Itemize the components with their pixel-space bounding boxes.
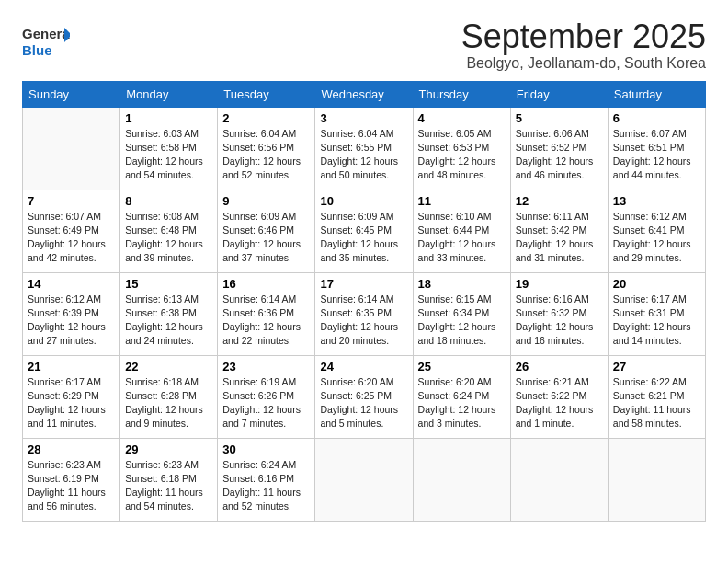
svg-text:General: General [22,26,70,41]
calendar-cell: 4Sunrise: 6:05 AM Sunset: 6:53 PM Daylig… [413,107,510,190]
day-number: 7 [28,194,115,208]
logo-svg: General Blue [22,22,70,63]
calendar-cell [413,438,510,521]
day-info: Sunrise: 6:10 AM Sunset: 6:44 PM Dayligh… [418,210,506,266]
page-title: September 2025 [461,18,706,55]
column-header-sunday: Sunday [23,81,120,107]
day-number: 27 [613,360,700,373]
day-number: 20 [613,277,700,291]
week-row-3: 14Sunrise: 6:12 AM Sunset: 6:39 PM Dayli… [23,272,706,355]
day-info: Sunrise: 6:09 AM Sunset: 6:45 PM Dayligh… [320,210,407,266]
day-info: Sunrise: 6:15 AM Sunset: 6:34 PM Dayligh… [418,293,506,349]
day-number: 14 [28,277,115,291]
column-header-thursday: Thursday [413,81,510,107]
calendar-cell: 18Sunrise: 6:15 AM Sunset: 6:34 PM Dayli… [413,272,510,355]
calendar-cell: 26Sunrise: 6:21 AM Sunset: 6:22 PM Dayli… [510,355,608,438]
day-number: 23 [222,360,310,373]
day-info: Sunrise: 6:16 AM Sunset: 6:32 PM Dayligh… [516,293,603,349]
day-number: 19 [516,277,603,291]
day-number: 26 [516,360,603,373]
day-number: 24 [320,360,407,373]
calendar-cell: 9Sunrise: 6:09 AM Sunset: 6:46 PM Daylig… [218,190,315,272]
calendar-cell: 15Sunrise: 6:13 AM Sunset: 6:38 PM Dayli… [120,272,218,355]
calendar-cell: 19Sunrise: 6:16 AM Sunset: 6:32 PM Dayli… [510,272,608,355]
day-info: Sunrise: 6:22 AM Sunset: 6:21 PM Dayligh… [613,375,700,431]
svg-text:Blue: Blue [22,42,52,58]
calendar-cell: 17Sunrise: 6:14 AM Sunset: 6:35 PM Dayli… [315,272,413,355]
day-info: Sunrise: 6:09 AM Sunset: 6:46 PM Dayligh… [222,210,310,266]
column-header-saturday: Saturday [608,81,705,107]
calendar-cell: 3Sunrise: 6:04 AM Sunset: 6:55 PM Daylig… [315,107,413,190]
day-info: Sunrise: 6:07 AM Sunset: 6:51 PM Dayligh… [613,127,700,183]
week-row-2: 7Sunrise: 6:07 AM Sunset: 6:49 PM Daylig… [23,190,706,272]
day-number: 1 [125,111,212,125]
day-info: Sunrise: 6:12 AM Sunset: 6:41 PM Dayligh… [613,210,700,266]
day-number: 17 [320,277,407,291]
day-number: 16 [222,277,310,291]
calendar-cell: 11Sunrise: 6:10 AM Sunset: 6:44 PM Dayli… [413,190,510,272]
day-number: 10 [320,194,407,208]
day-number: 30 [222,442,310,456]
day-info: Sunrise: 6:23 AM Sunset: 6:18 PM Dayligh… [125,458,212,514]
calendar-cell: 24Sunrise: 6:20 AM Sunset: 6:25 PM Dayli… [315,355,413,438]
day-number: 25 [418,360,506,373]
day-number: 28 [28,442,115,456]
day-info: Sunrise: 6:04 AM Sunset: 6:56 PM Dayligh… [222,127,310,183]
calendar-cell: 5Sunrise: 6:06 AM Sunset: 6:52 PM Daylig… [510,107,608,190]
calendar-cell: 23Sunrise: 6:19 AM Sunset: 6:26 PM Dayli… [218,355,315,438]
day-number: 6 [613,111,700,125]
day-info: Sunrise: 6:20 AM Sunset: 6:24 PM Dayligh… [418,375,506,431]
day-info: Sunrise: 6:17 AM Sunset: 6:29 PM Dayligh… [28,375,115,431]
calendar-cell: 22Sunrise: 6:18 AM Sunset: 6:28 PM Dayli… [120,355,218,438]
day-number: 11 [418,194,506,208]
week-row-1: 1Sunrise: 6:03 AM Sunset: 6:58 PM Daylig… [23,107,706,190]
calendar-cell: 25Sunrise: 6:20 AM Sunset: 6:24 PM Dayli… [413,355,510,438]
day-number: 5 [516,111,603,125]
day-number: 22 [125,360,212,373]
calendar-cell: 6Sunrise: 6:07 AM Sunset: 6:51 PM Daylig… [608,107,705,190]
day-info: Sunrise: 6:14 AM Sunset: 6:35 PM Dayligh… [320,293,407,349]
calendar-cell: 12Sunrise: 6:11 AM Sunset: 6:42 PM Dayli… [510,190,608,272]
day-number: 3 [320,111,407,125]
day-info: Sunrise: 6:19 AM Sunset: 6:26 PM Dayligh… [222,375,310,431]
day-number: 12 [516,194,603,208]
day-info: Sunrise: 6:06 AM Sunset: 6:52 PM Dayligh… [516,127,603,183]
calendar-cell: 20Sunrise: 6:17 AM Sunset: 6:31 PM Dayli… [608,272,705,355]
day-info: Sunrise: 6:23 AM Sunset: 6:19 PM Dayligh… [28,458,115,514]
calendar-cell [608,438,705,521]
logo: General Blue [22,22,70,63]
day-number: 13 [613,194,700,208]
day-number: 8 [125,194,212,208]
day-number: 15 [125,277,212,291]
calendar-header-row: SundayMondayTuesdayWednesdayThursdayFrid… [23,81,706,107]
calendar-cell: 8Sunrise: 6:08 AM Sunset: 6:48 PM Daylig… [120,190,218,272]
calendar-cell [315,438,413,521]
day-number: 21 [28,360,115,373]
day-info: Sunrise: 6:08 AM Sunset: 6:48 PM Dayligh… [125,210,212,266]
column-header-monday: Monday [120,81,218,107]
calendar-cell: 29Sunrise: 6:23 AM Sunset: 6:18 PM Dayli… [120,438,218,521]
day-info: Sunrise: 6:07 AM Sunset: 6:49 PM Dayligh… [28,210,115,266]
page-header: General Blue September 2025 Beolgyo, Jeo… [22,18,706,72]
day-info: Sunrise: 6:03 AM Sunset: 6:58 PM Dayligh… [125,127,212,183]
day-info: Sunrise: 6:12 AM Sunset: 6:39 PM Dayligh… [28,293,115,349]
week-row-4: 21Sunrise: 6:17 AM Sunset: 6:29 PM Dayli… [23,355,706,438]
day-info: Sunrise: 6:04 AM Sunset: 6:55 PM Dayligh… [320,127,407,183]
day-info: Sunrise: 6:11 AM Sunset: 6:42 PM Dayligh… [516,210,603,266]
column-header-tuesday: Tuesday [218,81,315,107]
calendar-cell: 16Sunrise: 6:14 AM Sunset: 6:36 PM Dayli… [218,272,315,355]
calendar-cell: 27Sunrise: 6:22 AM Sunset: 6:21 PM Dayli… [608,355,705,438]
column-header-friday: Friday [510,81,608,107]
calendar-cell: 28Sunrise: 6:23 AM Sunset: 6:19 PM Dayli… [23,438,120,521]
calendar-cell: 13Sunrise: 6:12 AM Sunset: 6:41 PM Dayli… [608,190,705,272]
day-number: 9 [222,194,310,208]
page-subtitle: Beolgyo, Jeollanam-do, South Korea [461,55,706,72]
day-number: 29 [125,442,212,456]
column-header-wednesday: Wednesday [315,81,413,107]
day-info: Sunrise: 6:24 AM Sunset: 6:16 PM Dayligh… [222,458,310,514]
calendar-cell: 14Sunrise: 6:12 AM Sunset: 6:39 PM Dayli… [23,272,120,355]
calendar-cell: 21Sunrise: 6:17 AM Sunset: 6:29 PM Dayli… [23,355,120,438]
day-number: 18 [418,277,506,291]
day-number: 2 [222,111,310,125]
calendar-cell: 30Sunrise: 6:24 AM Sunset: 6:16 PM Dayli… [218,438,315,521]
